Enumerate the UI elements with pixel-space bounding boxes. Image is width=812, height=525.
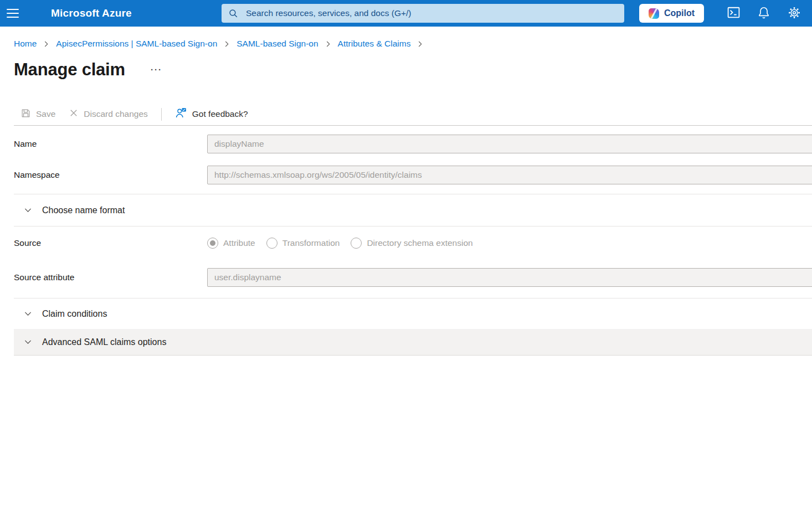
cloud-shell-button[interactable] (720, 0, 747, 27)
radio-directory-schema-extension[interactable]: Directory schema extension (351, 238, 472, 249)
source-row: Source Attribute Transformation Director… (0, 237, 812, 249)
chevron-down-icon (23, 205, 33, 215)
namespace-input[interactable] (207, 166, 812, 184)
name-input[interactable] (207, 135, 812, 153)
hamburger-menu-button[interactable] (0, 0, 25, 27)
save-button[interactable]: Save (14, 105, 62, 123)
choose-name-format-label: Choose name format (42, 205, 125, 215)
source-radio-group: Attribute Transformation Directory schem… (207, 238, 473, 249)
settings-button[interactable] (781, 0, 808, 27)
brand-title: Microsoft Azure (51, 7, 132, 19)
source-attribute-row: Source attribute (0, 268, 812, 287)
page-title: Manage claim (14, 60, 125, 80)
breadcrumb-app[interactable]: ApisecPermissions | SAML-based Sign-on (56, 38, 217, 50)
settings-gear-icon (787, 6, 801, 22)
azure-top-bar: Microsoft Azure Copilot (0, 0, 812, 27)
choose-name-format-section[interactable]: Choose name format (0, 194, 812, 226)
hamburger-icon (7, 9, 19, 10)
breadcrumb-chevron-icon (223, 40, 231, 48)
toolbar-divider (161, 108, 162, 121)
source-label: Source (14, 238, 207, 248)
chevron-down-icon (23, 337, 33, 347)
namespace-row: Namespace (0, 166, 812, 184)
feedback-label: Got feedback? (192, 109, 248, 119)
chevron-down-icon (23, 309, 33, 318)
cloud-shell-icon (726, 5, 741, 22)
more-options-button[interactable]: ··· (148, 64, 165, 75)
breadcrumb: Home ApisecPermissions | SAML-based Sign… (14, 38, 812, 50)
claim-conditions-section[interactable]: Claim conditions (0, 298, 812, 329)
topbar-actions: Copilot (639, 0, 808, 27)
search-input[interactable] (245, 8, 618, 19)
got-feedback-button[interactable]: Got feedback? (168, 105, 255, 123)
global-search-box[interactable] (222, 4, 624, 23)
name-label: Name (14, 139, 207, 149)
discard-icon (69, 108, 79, 120)
advanced-saml-claims-options-section[interactable]: Advanced SAML claims options (14, 329, 812, 356)
discard-changes-button[interactable]: Discard changes (62, 105, 154, 123)
breadcrumb-chevron-icon (324, 40, 332, 48)
name-row: Name (0, 135, 812, 153)
save-label: Save (36, 109, 55, 119)
source-attribute-input[interactable] (207, 268, 812, 287)
claim-conditions-label: Claim conditions (42, 309, 107, 319)
command-toolbar: Save Discard changes Got feedback? (14, 103, 812, 126)
breadcrumb-chevron-icon (42, 40, 50, 48)
copilot-button[interactable]: Copilot (639, 4, 704, 23)
namespace-label: Namespace (14, 170, 207, 180)
copilot-label: Copilot (664, 8, 695, 18)
advanced-saml-claims-options-label: Advanced SAML claims options (42, 337, 166, 347)
page-header: Manage claim ··· (14, 58, 812, 81)
radio-unselected-icon (351, 238, 362, 249)
breadcrumb-saml-signon[interactable]: SAML-based Sign-on (237, 38, 318, 50)
breadcrumb-attributes-claims[interactable]: Attributes & Claims (338, 38, 411, 50)
notifications-bell-icon (757, 6, 771, 22)
radio-attribute[interactable]: Attribute (207, 238, 255, 249)
radio-transformation[interactable]: Transformation (266, 238, 340, 249)
discard-label: Discard changes (84, 109, 147, 119)
breadcrumb-chevron-icon (416, 40, 424, 48)
notifications-button[interactable] (751, 0, 777, 27)
breadcrumb-home[interactable]: Home (14, 38, 37, 50)
copilot-icon (649, 8, 659, 19)
source-attribute-label: Source attribute (14, 272, 207, 282)
feedback-icon (175, 107, 187, 121)
section-divider (14, 226, 812, 227)
radio-unselected-icon (266, 238, 277, 249)
radio-selected-icon (207, 238, 218, 249)
save-icon (20, 108, 31, 121)
search-icon (228, 8, 239, 19)
